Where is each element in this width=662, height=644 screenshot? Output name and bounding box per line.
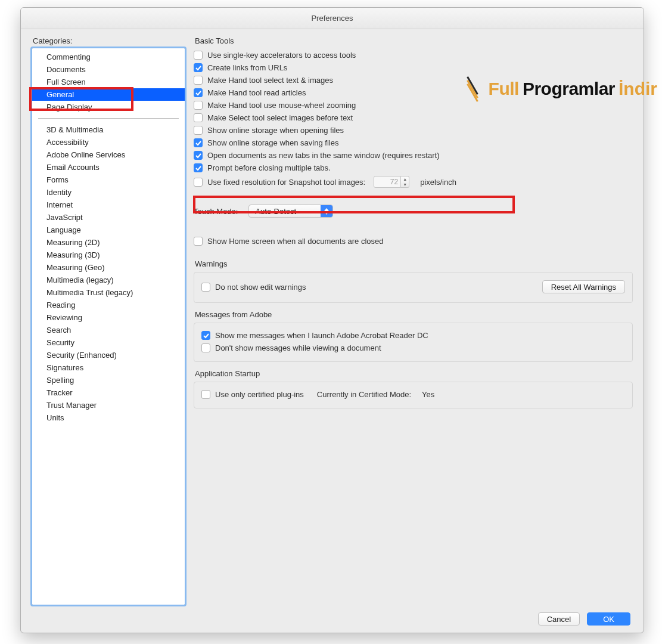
messages-section: Show me messages when I launch Adobe Acr… [194, 323, 633, 362]
opt-online-storage-open[interactable]: Show online storage when opening files [194, 124, 633, 137]
category-language[interactable]: Language [32, 224, 185, 236]
opt-label: Open documents as new tabs in the same w… [207, 151, 439, 160]
checkbox[interactable] [201, 390, 210, 399]
preferences-window: Preferences Categories: Commenting Docum… [20, 7, 644, 633]
opt-label: Use fixed resolution for Snapshot tool i… [207, 178, 365, 187]
category-forms[interactable]: Forms [32, 174, 185, 186]
settings-panel: Basic Tools Use single-key accelerators … [194, 36, 633, 605]
category-measuring-3d[interactable]: Measuring (3D) [32, 249, 185, 261]
category-multimedia-legacy[interactable]: Multimedia (legacy) [32, 274, 185, 286]
checkbox[interactable] [194, 178, 203, 187]
opt-hand-select-text[interactable]: Make Hand tool select text & images [194, 74, 633, 86]
categories-list[interactable]: Commenting Documents Full Screen General… [32, 48, 185, 605]
checkbox[interactable] [194, 88, 203, 97]
opt-label: Make Hand tool read articles [207, 88, 306, 97]
category-javascript[interactable]: JavaScript [32, 211, 185, 224]
opt-label: Do not show edit warnings [215, 283, 306, 292]
opt-select-images-first[interactable]: Make Select tool select images before te… [194, 112, 633, 124]
startup-title: Application Startup [195, 369, 633, 378]
checkbox[interactable] [194, 51, 203, 60]
opt-hand-mouse-wheel[interactable]: Make Hand tool use mouse-wheel zooming [194, 99, 633, 112]
ok-button[interactable]: OK [587, 612, 630, 626]
checkbox[interactable] [194, 163, 203, 172]
cancel-button[interactable]: Cancel [538, 612, 580, 626]
opt-fixed-snapshot-resolution[interactable]: Use fixed resolution for Snapshot tool i… [194, 174, 633, 190]
opt-single-key[interactable]: Use single-key accelerators to access to… [194, 49, 633, 61]
category-security-enhanced[interactable]: Security (Enhanced) [32, 349, 185, 361]
opt-label: Make Hand tool use mouse-wheel zooming [207, 101, 356, 110]
category-general[interactable]: General [32, 88, 185, 101]
reset-warnings-button[interactable]: Reset All Warnings [542, 280, 625, 293]
stepper-arrows-icon[interactable]: ▲▼ [401, 176, 409, 188]
opt-no-edit-warnings[interactable]: Do not show edit warnings Reset All Warn… [201, 278, 625, 295]
category-commenting[interactable]: Commenting [32, 51, 185, 63]
opt-hand-read-articles[interactable]: Make Hand tool read articles [194, 86, 633, 99]
opt-label: Show online storage when saving files [207, 138, 338, 147]
opt-label: Use only certified plug-ins [215, 390, 304, 399]
touch-mode-select[interactable]: Auto-Detect [248, 205, 333, 218]
category-security[interactable]: Security [32, 336, 185, 349]
category-accessibility[interactable]: Accessibility [32, 136, 185, 148]
category-spelling[interactable]: Spelling [32, 374, 185, 386]
checkbox[interactable] [201, 283, 210, 292]
chevron-updown-icon [321, 205, 332, 217]
category-measuring-geo[interactable]: Measuring (Geo) [32, 261, 185, 274]
category-measuring-2d[interactable]: Measuring (2D) [32, 236, 185, 249]
opt-prompt-close-tabs[interactable]: Prompt before closing multiple tabs. [194, 162, 633, 174]
checkbox[interactable] [201, 343, 210, 352]
category-units[interactable]: Units [32, 411, 185, 424]
window-title: Preferences [21, 8, 644, 29]
opt-label: Make Select tool select images before te… [207, 113, 353, 122]
opt-certified-plugins[interactable]: Use only certified plug-ins Currently in… [201, 388, 625, 401]
category-multimedia-trust-legacy[interactable]: Multimedia Trust (legacy) [32, 286, 185, 299]
checkbox[interactable] [194, 76, 203, 85]
checkbox[interactable] [194, 151, 203, 160]
certified-mode-label: Currently in Certified Mode: [317, 390, 411, 399]
checkbox[interactable] [201, 331, 210, 340]
opt-label: Use single-key accelerators to access to… [207, 51, 356, 60]
category-email-accounts[interactable]: Email Accounts [32, 161, 185, 174]
category-tracker[interactable]: Tracker [32, 386, 185, 399]
opt-no-messages-while-viewing[interactable]: Don't show messages while viewing a docu… [201, 342, 625, 354]
checkbox[interactable] [194, 63, 203, 72]
touch-mode-row: Touch Mode: Auto-Detect [194, 203, 633, 219]
opt-online-storage-save[interactable]: Show online storage when saving files [194, 137, 633, 149]
snapshot-resolution-stepper[interactable]: ▲▼ [374, 176, 409, 188]
opt-show-home[interactable]: Show Home screen when all documents are … [194, 235, 633, 247]
opt-label: Prompt before closing multiple tabs. [207, 163, 331, 172]
basic-tools-title: Basic Tools [195, 36, 633, 45]
opt-label: Don't show messages while viewing a docu… [215, 343, 381, 352]
category-3d-multimedia[interactable]: 3D & Multimedia [32, 123, 185, 136]
basic-tools-section: Use single-key accelerators to access to… [194, 49, 633, 252]
category-identity[interactable]: Identity [32, 186, 185, 199]
snapshot-resolution-input[interactable] [374, 176, 401, 188]
category-trust-manager[interactable]: Trust Manager [32, 399, 185, 411]
category-adobe-online[interactable]: Adobe Online Services [32, 148, 185, 161]
category-reading[interactable]: Reading [32, 299, 185, 311]
warnings-section: Do not show edit warnings Reset All Warn… [194, 272, 633, 303]
dialog-footer: Cancel OK [21, 605, 644, 633]
checkbox[interactable] [194, 101, 203, 110]
opt-show-launch-messages[interactable]: Show me messages when I launch Adobe Acr… [201, 329, 625, 342]
opt-label: Create links from URLs [207, 63, 287, 72]
checkbox[interactable] [194, 138, 203, 147]
category-signatures[interactable]: Signatures [32, 361, 185, 374]
checkbox[interactable] [194, 126, 203, 135]
touch-mode-label: Touch Mode: [194, 207, 238, 216]
checkbox[interactable] [194, 237, 203, 246]
opt-label: Show me messages when I launch Adobe Acr… [215, 331, 428, 340]
category-internet[interactable]: Internet [32, 199, 185, 211]
touch-mode-value: Auto-Detect [249, 207, 321, 216]
opt-label: Show Home screen when all documents are … [207, 237, 384, 246]
categories-panel: Categories: Commenting Documents Full Sc… [32, 36, 185, 605]
opt-open-as-tabs[interactable]: Open documents as new tabs in the same w… [194, 149, 633, 162]
snapshot-unit: pixels/inch [420, 178, 456, 187]
opt-create-links[interactable]: Create links from URLs [194, 61, 633, 74]
category-reviewing[interactable]: Reviewing [32, 311, 185, 324]
category-page-display[interactable]: Page Display [32, 101, 185, 113]
category-full-screen[interactable]: Full Screen [32, 76, 185, 88]
warnings-title: Warnings [195, 259, 633, 268]
category-search[interactable]: Search [32, 324, 185, 336]
checkbox[interactable] [194, 113, 203, 122]
category-documents[interactable]: Documents [32, 63, 185, 76]
